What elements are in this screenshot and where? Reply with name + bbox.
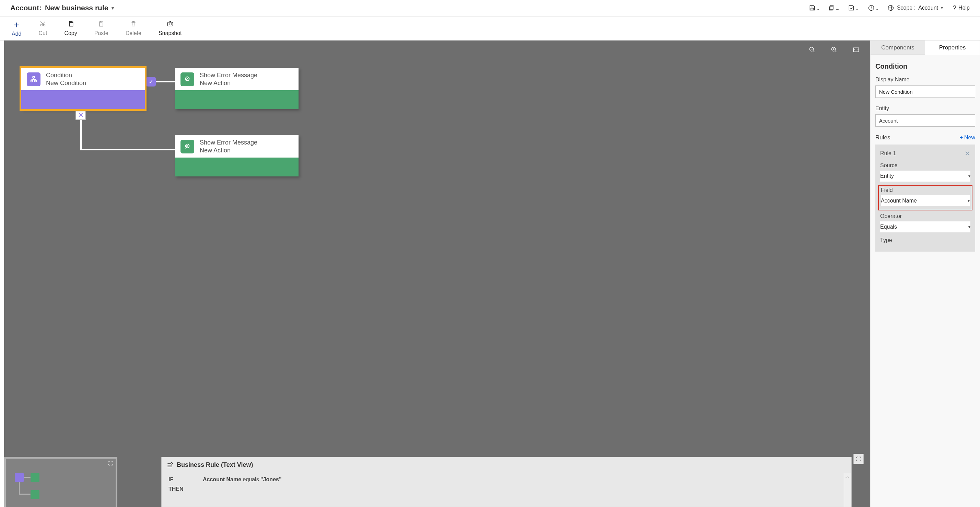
minimap-conn-h2: [19, 494, 30, 495]
minimap-conn-v: [19, 482, 20, 494]
action1-title: Show Error Message: [200, 72, 257, 79]
help-button[interactable]: ? Help: [953, 4, 970, 12]
save-as-icon[interactable]: ...: [828, 5, 838, 11]
side-panel: Components Properties Condition Display …: [870, 40, 980, 507]
side-tabs: Components Properties: [870, 40, 980, 55]
display-name-label: Display Name: [875, 77, 975, 83]
rule-title-breadcrumb[interactable]: Account: New business rule ▾: [10, 4, 114, 12]
help-icon: ?: [953, 4, 956, 12]
svg-rect-16: [31, 80, 33, 82]
rule-title: Rule 1: [880, 150, 896, 156]
textview-expression: Account Name equals "Jones": [203, 477, 282, 483]
textview-if-kw: IF: [169, 477, 189, 483]
svg-rect-6: [70, 23, 73, 26]
new-rule-button[interactable]: +New: [960, 135, 975, 141]
source-label: Source: [880, 163, 970, 169]
action-node-2[interactable]: Show Error Message New Action: [175, 135, 299, 177]
properties-pane: Condition Display Name Entity Rules +New…: [870, 55, 980, 507]
field-highlight: Field Account Name ▾: [878, 185, 972, 210]
activate-icon[interactable]: ...: [868, 5, 878, 11]
field-select[interactable]: Account Name ▾: [881, 195, 970, 206]
display-name-input[interactable]: [875, 86, 975, 98]
svg-rect-9: [132, 22, 135, 26]
textview-title: Business Rule (Text View): [177, 461, 253, 469]
rules-label: Rules: [875, 134, 890, 141]
svg-rect-1: [830, 5, 833, 10]
scope-icon: [887, 5, 894, 11]
entity-input[interactable]: [875, 114, 975, 127]
cut-button[interactable]: Cut: [38, 20, 47, 37]
scope-selector[interactable]: Scope : Account ▾: [887, 5, 943, 11]
type-label: Type: [880, 237, 970, 243]
chevron-down-icon: ▾: [968, 225, 970, 229]
main-area: ✓ ✕ Condition New Condition: [0, 40, 980, 507]
tab-components[interactable]: Components: [870, 40, 925, 55]
rule-name: New business rule: [45, 4, 108, 12]
rule-close-button[interactable]: ✕: [964, 149, 970, 158]
copy-button[interactable]: Copy: [64, 20, 77, 37]
chevron-down-icon: ▾: [968, 174, 970, 179]
check-icon: ✓: [146, 77, 156, 86]
svg-point-20: [171, 462, 173, 464]
svg-point-5: [44, 24, 45, 26]
svg-point-11: [169, 23, 171, 26]
action2-title: Show Error Message: [200, 139, 257, 147]
rule-block: Rule 1 ✕ Source Entity ▾ Field Account N…: [875, 145, 975, 252]
x-icon[interactable]: ✕: [75, 110, 86, 120]
save-icon[interactable]: ...: [809, 5, 819, 11]
camera-icon: [167, 20, 173, 28]
field-label: Field: [881, 187, 970, 193]
scope-value: Account: [918, 5, 938, 11]
minimap[interactable]: ⛶: [4, 457, 117, 507]
chevron-down-icon: ▾: [968, 198, 970, 203]
condition-subtitle: New Condition: [46, 79, 86, 87]
app-header: Account: New business rule ▾ ... ... ...…: [0, 0, 980, 16]
snapshot-button[interactable]: Snapshot: [159, 20, 182, 37]
connector-false-h: [80, 149, 175, 150]
textview-scrollbar[interactable]: ︿: [844, 473, 851, 507]
error-action-icon: [180, 72, 194, 86]
minimap-expand-icon[interactable]: ⛶: [108, 461, 113, 466]
textview-panel: ⛶ Business Rule (Text View) ︿ IF Account…: [161, 457, 852, 507]
toolbar: ＋ Add Cut Copy Paste Delete Snapshot: [0, 16, 980, 40]
scope-label: Scope :: [897, 5, 915, 11]
delete-button[interactable]: Delete: [126, 20, 142, 37]
action1-subtitle: New Action: [200, 79, 257, 87]
entity-label: Entity: [875, 105, 975, 112]
chevron-down-icon[interactable]: ▾: [111, 5, 114, 11]
textview-header: Business Rule (Text View): [162, 457, 851, 473]
textview-expand-button[interactable]: ⛶: [853, 454, 864, 464]
svg-rect-17: [35, 80, 37, 82]
svg-rect-0: [810, 8, 813, 10]
operator-label: Operator: [880, 213, 970, 219]
designer-canvas[interactable]: ✓ ✕ Condition New Condition: [4, 40, 870, 507]
source-select[interactable]: Entity ▾: [880, 171, 970, 182]
paste-icon: [98, 20, 105, 28]
condition-icon: [27, 72, 40, 86]
entity-prefix: Account:: [10, 4, 41, 12]
scissors-icon: [40, 20, 46, 28]
chevron-down-icon[interactable]: ▾: [941, 5, 943, 10]
condition-title: Condition: [46, 72, 86, 79]
trash-icon: [130, 20, 137, 28]
action-node-1[interactable]: Show Error Message New Action: [175, 68, 299, 109]
validate-icon[interactable]: ...: [848, 5, 858, 11]
add-button[interactable]: ＋ Add: [12, 20, 21, 37]
svg-point-4: [40, 24, 42, 26]
properties-section-title: Condition: [875, 62, 975, 70]
copy-icon: [67, 20, 74, 28]
svg-rect-15: [33, 76, 35, 78]
header-actions: ... ... ... ... Scope : Account ▾ ? Help: [809, 4, 970, 12]
minimap-action2: [30, 490, 40, 499]
plus-icon: ＋: [12, 20, 21, 29]
textview-icon: [166, 462, 173, 469]
action2-subtitle: New Action: [200, 147, 257, 155]
paste-button[interactable]: Paste: [94, 20, 108, 37]
error-action-icon: [180, 140, 194, 153]
tab-properties[interactable]: Properties: [925, 40, 980, 55]
operator-select[interactable]: Equals ▾: [880, 222, 970, 233]
minimap-conn-h: [24, 477, 30, 478]
condition-node[interactable]: Condition New Condition: [21, 68, 145, 109]
minimap-action1: [30, 473, 40, 482]
minimap-condition: [15, 473, 24, 482]
